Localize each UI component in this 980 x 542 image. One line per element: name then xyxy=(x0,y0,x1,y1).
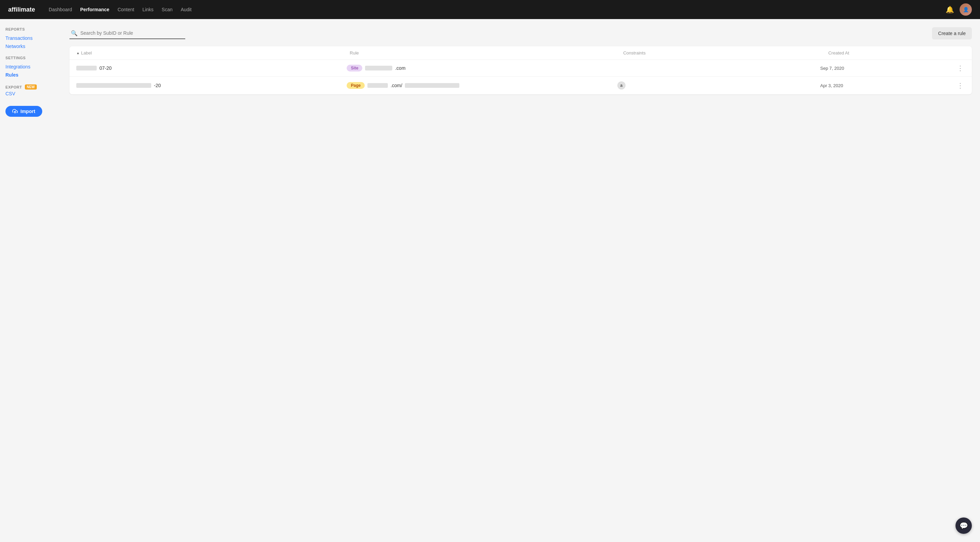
rule-suffix: .com xyxy=(395,65,405,71)
nav-performance[interactable]: Performance xyxy=(80,5,110,14)
sidebar: REPORTS Transactions Networks SETTINGS I… xyxy=(0,19,61,542)
nav-links[interactable]: Links xyxy=(142,5,154,14)
logo[interactable]: affilimate xyxy=(8,6,35,13)
toolbar: 🔍 Create a rule xyxy=(70,27,972,40)
upload-icon xyxy=(12,109,18,114)
header-label: ▲ Label xyxy=(76,50,350,56)
created-date: Sep 7, 2020 xyxy=(820,66,844,71)
nav-scan[interactable]: Scan xyxy=(162,5,173,14)
label-cell: -20 xyxy=(76,83,347,88)
header-rule: Rule xyxy=(350,50,623,56)
constraint-badge: a xyxy=(617,81,625,89)
constraints-cell: a xyxy=(617,81,820,89)
rule-type-badge: Site xyxy=(347,65,362,72)
sidebar-item-transactions[interactable]: Transactions xyxy=(5,34,56,42)
sidebar-item-rules[interactable]: Rules xyxy=(5,71,56,79)
search-input[interactable] xyxy=(80,30,184,36)
sidebar-item-integrations[interactable]: Integrations xyxy=(5,63,56,71)
label-text: 07-20 xyxy=(99,65,112,71)
table-row: 07-20 Site .com Sep 7, 2020 ⋮ xyxy=(70,60,972,76)
table-header: ▲ Label Rule Constraints Created At xyxy=(70,46,972,60)
top-nav: affilimate Dashboard Performance Content… xyxy=(0,0,980,19)
nav-dashboard[interactable]: Dashboard xyxy=(49,5,72,14)
label-bar xyxy=(76,66,97,70)
label-bar xyxy=(76,83,151,88)
sort-icon: ▲ xyxy=(76,51,80,55)
sidebar-section-reports: REPORTS xyxy=(5,27,56,31)
create-rule-button[interactable]: Create a rule xyxy=(932,27,972,40)
rule-type-badge: Page xyxy=(347,82,365,89)
rule-suffix: .com/ xyxy=(391,83,402,88)
label-text: -20 xyxy=(154,83,161,88)
rule-bar xyxy=(365,66,392,70)
header-created-at: Created At xyxy=(828,50,965,56)
avatar[interactable]: 👤 xyxy=(959,3,972,16)
search-icon: 🔍 xyxy=(71,30,78,37)
new-badge: NEW xyxy=(25,84,37,89)
sidebar-item-networks[interactable]: Networks xyxy=(5,42,56,50)
rule-bar-2 xyxy=(405,83,459,88)
sidebar-section-settings: SETTINGS xyxy=(5,56,56,60)
import-label: Import xyxy=(21,109,35,114)
main-content: 🔍 Create a rule ▲ Label Rule Constraints xyxy=(61,19,980,542)
rule-cell: Site .com xyxy=(347,65,617,72)
sidebar-section-export: EXPORT xyxy=(5,85,22,89)
nav-content[interactable]: Content xyxy=(118,5,134,14)
rule-cell: Page .com/ xyxy=(347,82,617,89)
chat-icon: 💬 xyxy=(959,521,968,530)
nav-right: 🔔 👤 xyxy=(946,3,972,16)
date-cell: Sep 7, 2020 xyxy=(820,66,956,71)
import-button[interactable]: Import xyxy=(5,106,42,117)
created-date: Apr 3, 2020 xyxy=(820,83,843,88)
nav-audit[interactable]: Audit xyxy=(181,5,192,14)
label-cell: 07-20 xyxy=(76,65,347,71)
row-more-button[interactable]: ⋮ xyxy=(956,82,965,89)
table-row: -20 Page .com/ a Apr 3, 2020 ⋮ xyxy=(70,76,972,94)
rule-bar xyxy=(368,83,388,88)
sidebar-item-csv[interactable]: CSV xyxy=(5,89,56,98)
nav-links: Dashboard Performance Content Links Scan… xyxy=(49,5,935,14)
rules-table: ▲ Label Rule Constraints Created At xyxy=(70,46,972,94)
row-more-button[interactable]: ⋮ xyxy=(956,65,965,72)
notifications-icon[interactable]: 🔔 xyxy=(946,5,954,14)
header-constraints: Constraints xyxy=(623,50,828,56)
search-wrapper: 🔍 xyxy=(70,28,185,39)
date-cell: Apr 3, 2020 xyxy=(820,83,956,88)
chat-button[interactable]: 💬 xyxy=(956,518,972,534)
